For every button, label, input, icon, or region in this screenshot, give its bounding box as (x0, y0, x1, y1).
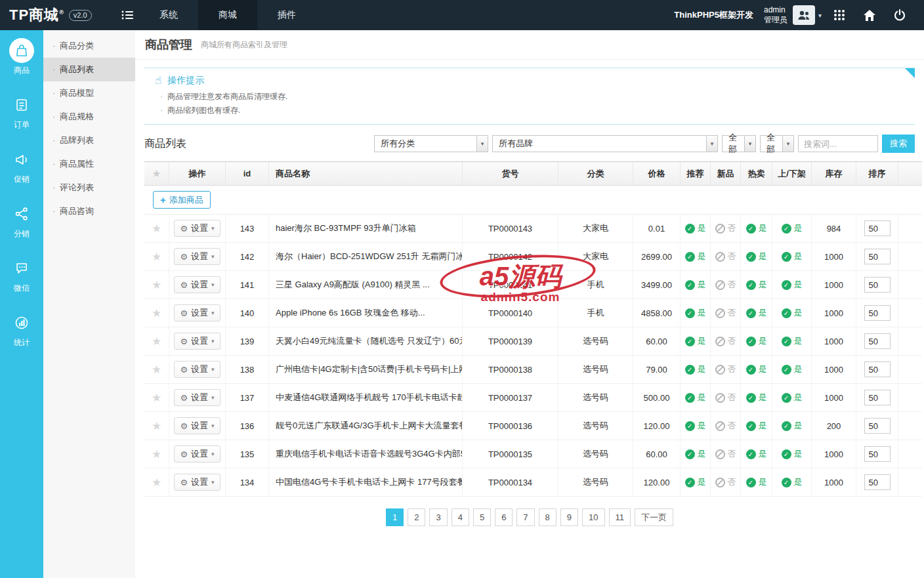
hot-toggle[interactable]: ✓是 (746, 476, 767, 488)
new-toggle[interactable]: 否 (715, 279, 736, 291)
onsale-toggle[interactable]: ✓是 (782, 476, 803, 488)
submenu-item[interactable]: 商品模型 (43, 81, 135, 105)
row-settings-button[interactable]: ⚙设置▾ (174, 474, 220, 491)
star-icon[interactable]: ★ (152, 278, 161, 292)
sidebar-item-wechat[interactable]: 微信 (0, 256, 43, 294)
sidebar-item-distribution[interactable]: 分销 (0, 201, 43, 239)
page-button-8[interactable]: 8 (539, 508, 556, 526)
tips-collapse-corner[interactable] (905, 68, 915, 78)
new-toggle[interactable]: 否 (715, 448, 736, 460)
hot-toggle[interactable]: ✓是 (746, 448, 767, 460)
row-settings-button[interactable]: ⚙设置▾ (174, 304, 220, 321)
sidebar-item-goods[interactable]: 商品 (0, 38, 43, 76)
new-toggle[interactable]: 否 (715, 420, 736, 432)
new-toggle[interactable]: 否 (715, 307, 736, 319)
page-button-3[interactable]: 3 (429, 508, 447, 526)
star-icon[interactable]: ★ (152, 447, 161, 461)
recommend-toggle[interactable]: ✓是 (685, 307, 706, 319)
onsale-toggle[interactable]: ✓是 (782, 222, 803, 234)
star-icon[interactable]: ★ (152, 335, 161, 348)
recommend-toggle[interactable]: ✓是 (685, 279, 706, 291)
submenu-item[interactable]: 商品属性 (43, 152, 135, 176)
hot-toggle[interactable]: ✓是 (746, 307, 767, 319)
sort-input[interactable] (864, 361, 891, 377)
home-icon[interactable] (854, 0, 885, 30)
hot-toggle[interactable]: ✓是 (746, 420, 767, 432)
filter-select-3[interactable]: 全部 ▾ (722, 135, 756, 152)
hot-toggle[interactable]: ✓是 (746, 222, 767, 234)
page-button-2[interactable]: 2 (408, 508, 425, 526)
search-button[interactable]: 搜索 (882, 134, 915, 153)
page-button-1[interactable]: 1 (386, 508, 404, 526)
nav-item-mall[interactable]: 商城 (198, 0, 257, 30)
recommend-toggle[interactable]: ✓是 (685, 335, 706, 347)
hot-toggle[interactable]: ✓是 (746, 279, 767, 291)
nav-item-plugins[interactable]: 插件 (257, 0, 316, 30)
submenu-item[interactable]: 商品分类 (43, 34, 135, 58)
hot-toggle[interactable]: ✓是 (746, 392, 767, 403)
star-icon[interactable]: ★ (152, 419, 161, 433)
submenu-item[interactable]: 评论列表 (43, 176, 135, 199)
recommend-toggle[interactable]: ✓是 (685, 251, 706, 262)
recommend-toggle[interactable]: ✓是 (685, 392, 706, 403)
page-button-11[interactable]: 11 (609, 508, 631, 526)
star-icon[interactable]: ★ (152, 222, 161, 236)
nav-item-system[interactable]: 系统 (139, 0, 198, 30)
sidebar-toggle-icon[interactable] (116, 0, 139, 30)
star-icon[interactable]: ★ (152, 250, 161, 264)
recommend-toggle[interactable]: ✓是 (685, 363, 706, 375)
sidebar-item-orders[interactable]: 订单 (0, 93, 43, 131)
new-toggle[interactable]: 否 (715, 251, 736, 262)
sort-input[interactable] (864, 249, 891, 264)
recommend-toggle[interactable]: ✓是 (685, 476, 706, 488)
new-toggle[interactable]: 否 (715, 222, 736, 234)
onsale-toggle[interactable]: ✓是 (782, 448, 803, 460)
submenu-item[interactable]: 品牌列表 (43, 129, 135, 152)
hot-toggle[interactable]: ✓是 (746, 251, 767, 262)
page-button-9[interactable]: 9 (560, 508, 578, 526)
sort-input[interactable] (864, 474, 891, 490)
recommend-toggle[interactable]: ✓是 (685, 222, 706, 234)
row-settings-button[interactable]: ⚙设置▾ (174, 361, 220, 378)
hot-toggle[interactable]: ✓是 (746, 363, 767, 375)
avatar-dropdown-icon[interactable]: ▾ (818, 12, 822, 19)
submenu-item[interactable]: 商品咨询 (43, 199, 135, 223)
recommend-toggle[interactable]: ✓是 (685, 420, 706, 432)
sort-input[interactable] (864, 305, 891, 321)
page-button-4[interactable]: 4 (452, 508, 469, 526)
brand-select[interactable]: 所有品牌 ▾ (492, 135, 718, 152)
page-button-5[interactable]: 5 (473, 508, 491, 526)
filter-select-4[interactable]: 全部 ▾ (760, 135, 794, 152)
row-settings-button[interactable]: ⚙设置▾ (174, 445, 220, 463)
logout-power-icon[interactable] (885, 0, 915, 30)
avatar[interactable] (793, 5, 815, 25)
new-toggle[interactable]: 否 (715, 363, 736, 375)
new-toggle[interactable]: 否 (715, 476, 736, 488)
sort-input[interactable] (864, 277, 891, 293)
new-toggle[interactable]: 否 (715, 392, 736, 403)
page-button-7[interactable]: 7 (516, 508, 534, 526)
sort-input[interactable] (864, 446, 891, 462)
page-button-10[interactable]: 10 (582, 508, 604, 526)
onsale-toggle[interactable]: ✓是 (782, 279, 803, 291)
sort-input[interactable] (864, 333, 891, 349)
add-goods-button[interactable]: + 添加商品 (153, 191, 211, 209)
star-icon[interactable]: ★ (152, 391, 161, 405)
sort-input[interactable] (864, 418, 891, 434)
onsale-toggle[interactable]: ✓是 (782, 420, 803, 432)
sort-input[interactable] (864, 390, 891, 405)
row-settings-button[interactable]: ⚙设置▾ (174, 220, 220, 237)
row-settings-button[interactable]: ⚙设置▾ (174, 389, 220, 406)
hot-toggle[interactable]: ✓是 (746, 335, 767, 347)
onsale-toggle[interactable]: ✓是 (782, 251, 803, 262)
apps-icon[interactable] (824, 0, 854, 30)
row-settings-button[interactable]: ⚙设置▾ (174, 248, 220, 265)
star-icon[interactable]: ★ (152, 306, 161, 320)
sort-input[interactable] (864, 220, 891, 236)
next-page-button[interactable]: 下一页 (635, 508, 673, 526)
star-icon[interactable]: ★ (152, 363, 161, 377)
sidebar-item-promotion[interactable]: 促销 (0, 147, 43, 185)
onsale-toggle[interactable]: ✓是 (782, 392, 803, 403)
page-button-6[interactable]: 6 (495, 508, 513, 526)
category-select[interactable]: 所有分类 ▾ (374, 135, 488, 152)
